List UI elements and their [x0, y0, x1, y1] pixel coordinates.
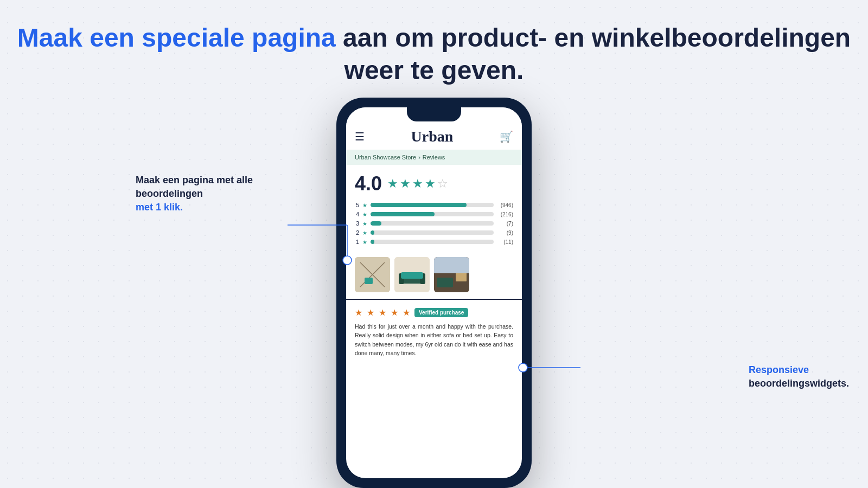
- bar-row-2: 2 ★ (9): [355, 229, 513, 236]
- headline: Maak een speciale pagina aan om product-…: [0, 22, 868, 87]
- left-annotation-link[interactable]: met 1 klik.: [136, 202, 183, 213]
- left-annotation-line2: beoordelingen: [136, 188, 203, 199]
- star-5: ☆: [437, 177, 448, 191]
- photo-thumb-3[interactable]: [434, 257, 469, 292]
- svg-rect-3: [365, 278, 373, 284]
- review-star-2: ★: [367, 307, 374, 318]
- bar-fill-1: [371, 240, 374, 244]
- hamburger-icon[interactable]: ☰: [355, 130, 365, 143]
- review-stars-row: ★ ★ ★ ★ ★ Verified purchase: [355, 307, 513, 318]
- bar-track-5: [371, 203, 494, 207]
- breadcrumb-separator: ›: [418, 154, 420, 160]
- review-star-3: ★: [379, 307, 386, 318]
- breadcrumb-page[interactable]: Reviews: [423, 154, 445, 160]
- bar-track-2: [371, 230, 494, 235]
- content-area: Maak een pagina met alle beoordelingen m…: [136, 98, 732, 488]
- star-3: ★: [412, 177, 423, 191]
- bar-row-4: 4 ★ (216): [355, 211, 513, 217]
- bar-fill-2: [371, 230, 374, 235]
- bar-fill-5: [371, 203, 467, 207]
- verified-badge: Verified purchase: [414, 308, 468, 317]
- headline-blue: Maak een speciale pagina: [17, 23, 336, 52]
- overall-score: 4.0: [355, 172, 382, 195]
- bar-track-3: [371, 221, 494, 226]
- rating-bars: 5 ★ (946) 4 ★: [355, 202, 513, 245]
- breadcrumb: Urban Showcase Store › Reviews: [346, 150, 522, 165]
- bar-track-4: [371, 212, 494, 216]
- phone-screen: ☰ Urban 🛒 Urban Showcase Store › Reviews…: [346, 107, 522, 478]
- review-summary: 4.0 ★ ★ ★ ★ ☆ 5: [346, 165, 522, 251]
- photo-thumb-2[interactable]: [394, 257, 430, 292]
- phone-logo: Urban: [411, 128, 454, 145]
- review-text: Had this for just over a month and happy…: [355, 322, 513, 357]
- review-star-1: ★: [355, 307, 362, 318]
- bar-track-1: [371, 240, 494, 244]
- bar-row-3: 3 ★ (7): [355, 220, 513, 227]
- phone-mockup: ☰ Urban 🛒 Urban Showcase Store › Reviews…: [336, 98, 532, 488]
- star-4: ★: [425, 177, 436, 191]
- breadcrumb-store[interactable]: Urban Showcase Store: [355, 154, 416, 160]
- svg-rect-11: [437, 278, 453, 287]
- headline-rest: aan om product- en winkelbeoordelingen w…: [336, 23, 851, 85]
- left-annotation-line1: Maak een pagina met alle: [136, 175, 253, 185]
- page-wrapper: Maak een speciale pagina aan om product-…: [0, 0, 868, 488]
- right-annotation-blue: Responsieve: [749, 364, 809, 375]
- bar-row-5: 5 ★ (946): [355, 202, 513, 208]
- bar-row-1: 1 ★ (11): [355, 239, 513, 245]
- bar-fill-3: [371, 221, 381, 226]
- review-star-4: ★: [391, 307, 398, 318]
- svg-rect-8: [401, 272, 423, 279]
- big-rating: 4.0 ★ ★ ★ ★ ☆: [355, 172, 513, 195]
- phone-header: ☰ Urban 🛒: [346, 107, 522, 150]
- left-annotation: Maak een pagina met alle beoordelingen m…: [136, 174, 288, 215]
- photo-thumb-1[interactable]: [355, 257, 390, 292]
- photo-strip: [346, 251, 522, 299]
- overall-stars: ★ ★ ★ ★ ☆: [387, 177, 448, 191]
- svg-rect-13: [434, 257, 469, 273]
- star-2: ★: [400, 177, 411, 191]
- bar-fill-4: [371, 212, 435, 216]
- cart-icon[interactable]: 🛒: [500, 130, 513, 143]
- review-star-5: ★: [403, 307, 410, 318]
- right-annotation: Responsieve beoordelingswidgets.: [749, 363, 868, 390]
- right-annotation-rest: beoordelingswidgets.: [749, 378, 849, 389]
- review-card: ★ ★ ★ ★ ★ Verified purchase Had this for…: [346, 300, 522, 365]
- star-1: ★: [387, 177, 398, 191]
